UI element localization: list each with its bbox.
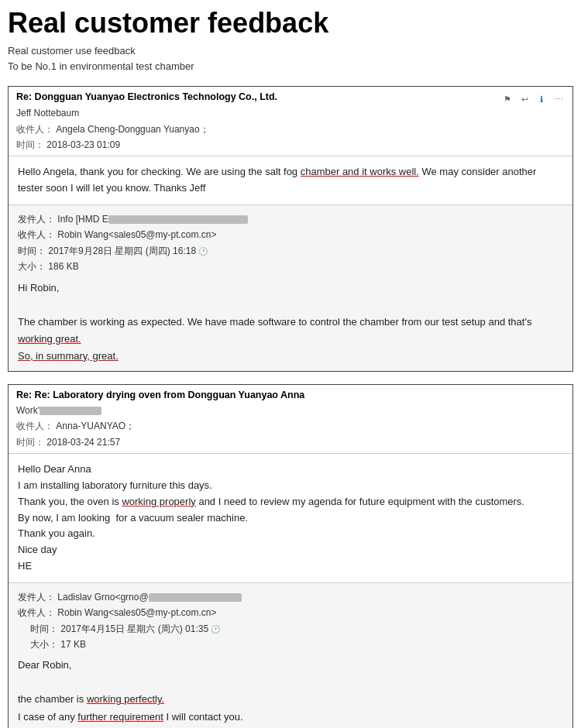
q-body-para1-2: the chamber is working perfectly. bbox=[18, 691, 563, 708]
q-time-icon-2: 🕐 bbox=[211, 625, 220, 634]
to-value-1: Angela Cheng-Dongguan Yuanyao； bbox=[56, 124, 208, 135]
q-underline1-2: working perfectly. bbox=[87, 693, 164, 705]
icon-flag: ⚑ bbox=[501, 93, 514, 105]
email-subject-1: Re: Dongguan Yuanyao Electronics Technol… bbox=[16, 91, 277, 102]
quoted-meta-1: 发件人： Info [HMD E 收件人： Robin Wang<sales05… bbox=[18, 211, 563, 275]
q-from-label-1: 发件人： bbox=[18, 214, 55, 225]
q-body-para2-1: So, in summary, great. bbox=[18, 348, 563, 365]
q-body-para2-2: I case of any further requirement I will… bbox=[18, 709, 563, 726]
quoted-meta-2: 发件人： Ladislav Grno<grno@ 收件人： Robin Wang… bbox=[18, 589, 563, 653]
q-underline2-1: So, in summary, great. bbox=[18, 350, 119, 362]
q-underline2-2: further requirement bbox=[77, 711, 163, 723]
q-size-1: 186 KB bbox=[48, 261, 78, 272]
time-value-2: 2018-03-24 21:57 bbox=[46, 437, 120, 448]
page-subtitle: Real customer use feedback To be No.1 in… bbox=[8, 43, 573, 76]
email-body-2: Hello Dear Anna I am installing laborato… bbox=[9, 454, 572, 582]
to-value-2: Anna-YUANYAO； bbox=[56, 421, 135, 431]
quoted-section-2: 发件人： Ladislav Grno<grno@ 收件人： Robin Wang… bbox=[9, 582, 572, 728]
icon-menu: ⋯ bbox=[552, 93, 565, 105]
body-line-2: I am installing laboratory furniture thi… bbox=[18, 478, 563, 494]
email-header-1: Re: Dongguan Yuanyao Electronics Technol… bbox=[9, 87, 572, 156]
icon-reply: ↩ bbox=[518, 93, 531, 105]
email-card-2: Re: Re: Laboratory drying oven from Dong… bbox=[8, 384, 573, 728]
q-body-intro-2: Dear Robin, bbox=[18, 657, 563, 674]
body-line-3: Thank you, the oven is working properly … bbox=[18, 494, 563, 510]
q-underline1-1: working great. bbox=[18, 333, 81, 345]
q-body-para1-1: The chamber is working as expected. We h… bbox=[18, 314, 563, 348]
email-header-2: Re: Re: Laboratory drying oven from Dong… bbox=[9, 385, 572, 454]
q-from-label-2: 发件人： bbox=[18, 592, 55, 603]
page-title: Real customer feedback bbox=[8, 8, 573, 39]
q-time-2: 2017年4月15日 星期六 (周六) 01:35 bbox=[60, 623, 208, 634]
q-time-icon-1: 🕐 bbox=[198, 247, 208, 256]
body-line-6: Nice day bbox=[18, 542, 563, 558]
time-label-2: 时间： bbox=[16, 437, 44, 448]
email-subject-2: Re: Re: Laboratory drying oven from Dong… bbox=[16, 390, 565, 400]
email-meta-2: Work' 收件人： Anna-YUANYAO； 时间： 2018-03-24 … bbox=[16, 403, 565, 450]
body-line-7: HE bbox=[18, 558, 563, 575]
icon-info: ℹ bbox=[535, 93, 548, 105]
q-size-label-2: 大小： bbox=[30, 639, 58, 650]
q-body-intro-1: Hi Robin, bbox=[18, 280, 563, 297]
q-size-label-1: 大小： bbox=[18, 261, 46, 272]
body-line-5: Thank you again. bbox=[18, 526, 563, 542]
to-label-2: 收件人： bbox=[16, 421, 53, 431]
to-label-1: 收件人： bbox=[16, 124, 53, 135]
body-line-1: Hello Dear Anna bbox=[18, 462, 563, 478]
q-to-label-1: 收件人： bbox=[18, 229, 55, 240]
q-to-1: Robin Wang<sales05@my-pt.com.cn> bbox=[57, 229, 216, 240]
sender-name-1: Jeff Nottebaum bbox=[16, 108, 79, 118]
quoted-section-1: 发件人： Info [HMD E 收件人： Robin Wang<sales05… bbox=[9, 204, 572, 371]
q-time-label-2: 时间： bbox=[30, 623, 58, 634]
q-to-label-2: 收件人： bbox=[18, 607, 55, 618]
email-icons-1: ⚑ ↩ ℹ ⋯ bbox=[501, 93, 565, 105]
sender-name-2: Work' bbox=[16, 405, 101, 416]
highlighted-phrase-1: chamber and it works well. bbox=[301, 166, 419, 177]
q-from-1: Info [HMD E bbox=[57, 214, 247, 225]
email-body-1: Hello Angela, thank you for checking. We… bbox=[9, 156, 572, 204]
time-value-1: 2018-03-23 01:09 bbox=[46, 139, 120, 150]
quoted-body-1: Hi Robin, The chamber is working as expe… bbox=[18, 280, 563, 365]
body-line-4: By now, I am looking for a vacuum sealer… bbox=[18, 510, 563, 527]
q-size-2: 17 KB bbox=[60, 639, 86, 650]
q-time-1: 2017年9月28日 星期四 (周四) 16:18 bbox=[48, 246, 196, 256]
q-to-2: Robin Wang<sales05@my-pt.com.cn> bbox=[57, 607, 216, 618]
time-label-1: 时间： bbox=[16, 139, 44, 150]
email-meta-1: Jeff Nottebaum 收件人： Angela Cheng-Donggua… bbox=[16, 105, 565, 153]
email-card-1: Re: Dongguan Yuanyao Electronics Technol… bbox=[8, 86, 573, 372]
quoted-body-2: Dear Robin, the chamber is working perfe… bbox=[18, 657, 563, 728]
q-time-label-1: 时间： bbox=[18, 246, 46, 256]
highlighted-phrase-2: working properly bbox=[122, 496, 195, 507]
q-from-2: Ladislav Grno<grno@ bbox=[57, 592, 241, 603]
